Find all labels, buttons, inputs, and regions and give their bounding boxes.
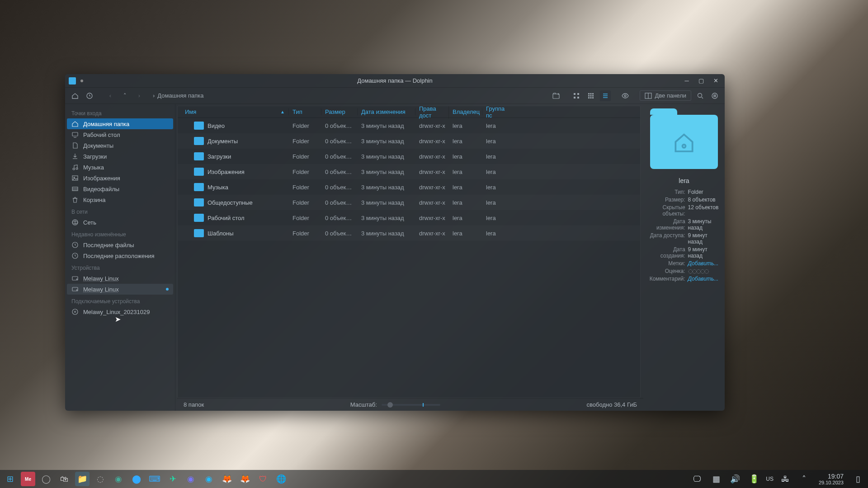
sidebar-section-header: Точки входа	[67, 107, 173, 118]
telegram-icon[interactable]: ✈	[165, 472, 180, 486]
view-details-button[interactable]	[600, 90, 611, 101]
svg-line-22	[702, 97, 703, 99]
firefox-icon[interactable]: 🦊	[238, 472, 252, 486]
sidebar-item[interactable]: Последние расположения	[67, 250, 173, 261]
tray-volume-icon[interactable]: 🔊	[728, 472, 742, 486]
sidebar-item[interactable]: Последние файлы	[67, 239, 173, 250]
up-button[interactable]: ˄	[119, 90, 130, 101]
table-row[interactable]: МузыкаFolder0 объектов3 минуты назадdrwx…	[178, 179, 640, 195]
tray-monitor-icon[interactable]: 🖵	[690, 472, 704, 486]
rating-stars[interactable]: ◌◌◌◌◌	[688, 268, 708, 274]
main-area: Имя▲ТипРазмерДата измененияПрава достВла…	[175, 104, 643, 411]
info-value: 9 минут назад	[688, 246, 720, 259]
store-icon[interactable]: 🛍	[57, 472, 71, 486]
image-icon	[71, 174, 79, 182]
sidebar-item[interactable]: Корзина	[67, 194, 173, 205]
maximize-button[interactable]: ▢	[696, 75, 707, 86]
app5-icon[interactable]: ⬤	[129, 472, 144, 486]
places-sidebar[interactable]: Точки входаДомашняя папкаРабочий столДок…	[65, 104, 175, 411]
table-row[interactable]: ЗагрузкиFolder0 объектов3 минуты назадdr…	[178, 149, 640, 164]
table-row[interactable]: ИзображенияFolder0 объектов3 минуты наза…	[178, 164, 640, 179]
table-row[interactable]: Рабочий столFolder0 объектов3 минуты наз…	[178, 210, 640, 225]
statusbar: 8 папок Масштаб: свободно 36,4 ГиБ	[177, 398, 643, 411]
tray-lang[interactable]: US	[766, 476, 774, 482]
sidebar-item[interactable]: Melawy Linux	[67, 284, 173, 295]
split-view-button[interactable]: Две панели	[640, 90, 691, 101]
sidebar-item[interactable]: Изображения	[67, 173, 173, 183]
app9-icon[interactable]: ◉	[202, 472, 216, 486]
minimize-button[interactable]: ─	[681, 75, 692, 86]
new-folder-button[interactable]	[551, 90, 562, 101]
down-icon	[71, 153, 79, 160]
sidebar-item-label: Последние файлы	[83, 242, 134, 249]
sidebar-item-label: Melawy_Linux_20231029	[83, 309, 150, 315]
svg-point-47	[75, 311, 76, 313]
menu-button[interactable]	[709, 90, 720, 101]
column-type[interactable]: Тип	[289, 108, 321, 115]
svg-rect-27	[72, 132, 78, 136]
search-button[interactable]	[695, 90, 706, 101]
table-row[interactable]: ШаблоныFolder0 объектов3 минуты назадdrw…	[178, 225, 640, 241]
disk-icon	[71, 275, 79, 282]
start-button[interactable]: ⊞	[3, 472, 17, 486]
preview-toggle-button[interactable]	[620, 90, 631, 101]
sidebar-item[interactable]: Документы	[67, 140, 173, 151]
circle-app-icon[interactable]: ◯	[39, 472, 53, 486]
sidebar-item[interactable]: Видеофайлы	[67, 183, 173, 194]
sidebar-item[interactable]: Музыка	[67, 162, 173, 173]
home-button[interactable]	[70, 90, 80, 101]
tray-clock[interactable]: 19:07 29.10.2023	[819, 473, 844, 486]
sidebar-item-label: Сеть	[83, 219, 96, 226]
tray-chevron-icon[interactable]: ˄	[797, 472, 811, 486]
zoom-slider[interactable]	[382, 404, 440, 406]
view-compact-button[interactable]	[585, 90, 596, 101]
tray-grid-icon[interactable]: ▦	[709, 472, 723, 486]
sidebar-section-header: Устройства	[67, 261, 173, 273]
breadcrumb-label: Домашняя папка	[157, 92, 203, 99]
back-button[interactable]: ‹	[105, 90, 116, 101]
info-value[interactable]: Добавить...	[688, 260, 720, 267]
breadcrumb[interactable]: › Домашняя папка	[153, 92, 204, 99]
sidebar-item[interactable]: Рабочий стол	[67, 129, 173, 140]
tray-battery-icon[interactable]: 🔋	[747, 472, 761, 486]
music-icon	[71, 164, 79, 171]
sidebar-item[interactable]: Melawy_Linux_20231029	[67, 306, 173, 317]
view-icons-button[interactable]	[571, 90, 582, 101]
file-list: Имя▲ТипРазмерДата измененияПрава достВла…	[177, 106, 641, 398]
column-mod[interactable]: Дата изменения	[358, 108, 415, 115]
sidebar-item[interactable]: Сеть	[67, 217, 173, 228]
app4-icon[interactable]: ◉	[111, 472, 126, 486]
taskbar[interactable]: ⊞ Me ◯ 🛍 📁 ◌ ◉ ⬤ ⌨ ✈ ◉ ◉ 🦊 🦊 🛡 🌐 🖵 ▦ 🔊 🔋…	[0, 470, 868, 488]
column-perm[interactable]: Права дост	[415, 106, 449, 119]
info-key: Оценка:	[648, 268, 685, 274]
brave-icon[interactable]: 🛡	[256, 472, 270, 486]
column-grp[interactable]: Группа пс	[482, 106, 515, 119]
column-size[interactable]: Размер	[321, 108, 358, 115]
table-row[interactable]: ВидеоFolder0 объектов3 минуты назадdrwxr…	[178, 118, 640, 133]
svg-rect-12	[588, 97, 590, 99]
firefox-dev-icon[interactable]: 🦊	[220, 472, 234, 486]
titlebar[interactable]: Домашняя папка — Dolphin ─ ▢ ✕	[65, 74, 725, 88]
info-value[interactable]: Добавить...	[688, 276, 720, 282]
sidebar-item[interactable]: Домашняя папка	[67, 118, 173, 129]
tray-network-icon[interactable]: 🖧	[778, 472, 793, 486]
konsole-icon[interactable]: ◌	[93, 472, 108, 486]
split-label: Две панели	[655, 92, 686, 99]
info-grid: Тип:FolderРазмер:8 объектовСкрытые объек…	[648, 189, 720, 282]
folder-icon	[194, 168, 204, 176]
clock-button[interactable]	[84, 90, 95, 101]
chrome-icon[interactable]: 🌐	[274, 472, 288, 486]
table-row[interactable]: ДокументыFolder0 объектов3 минуты назадd…	[178, 133, 640, 149]
forward-button[interactable]: ›	[134, 90, 145, 101]
discord-icon[interactable]: ◉	[184, 472, 198, 486]
column-own[interactable]: Владелец	[449, 108, 482, 115]
melawy-icon[interactable]: Me	[21, 472, 35, 486]
dolphin-task-icon[interactable]: 📁	[75, 472, 90, 486]
column-name[interactable]: Имя▲	[178, 108, 289, 115]
vscode-icon[interactable]: ⌨	[147, 472, 162, 486]
table-row[interactable]: ОбщедоступныеFolder0 объектов3 минуты на…	[178, 195, 640, 210]
close-button[interactable]: ✕	[710, 75, 721, 86]
tray-peek-icon[interactable]: ▯	[851, 472, 865, 486]
sidebar-item[interactable]: Melawy Linux	[67, 273, 173, 284]
sidebar-item[interactable]: Загрузки	[67, 151, 173, 162]
